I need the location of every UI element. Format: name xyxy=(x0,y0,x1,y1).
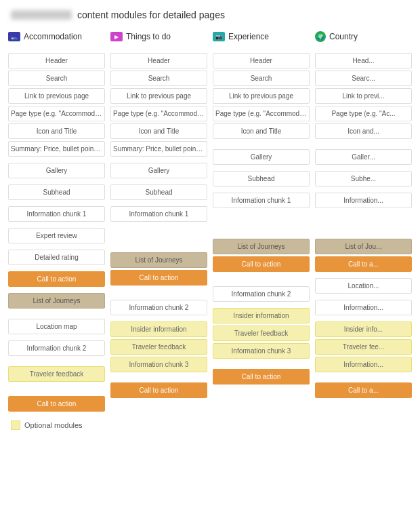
module-accommodation-1: Search xyxy=(8,71,105,86)
module-country-22: Location... xyxy=(315,278,412,294)
page-header: content modules for detailed pages xyxy=(0,0,420,26)
col-country: 🌍CountryHead...Searc...Link to previ...P… xyxy=(312,26,415,414)
module-things-to-do-19: List of Journeys xyxy=(110,252,207,268)
module-accommodation-4: Icon and Title xyxy=(8,123,105,139)
module-accommodation-22: Location map xyxy=(8,319,105,334)
col-icon-accommodation: 🛌 xyxy=(8,32,20,41)
col-accommodation: 🛌AccommodationHeaderSearchLink to previo… xyxy=(5,26,108,414)
module-country-28: Information... xyxy=(315,357,412,372)
module-things-to-do-20: Call to action xyxy=(110,270,207,285)
col-things-to-do: ▶Things to doHeaderSearchLink to previou… xyxy=(108,26,210,414)
col-label-things-to-do: Things to do xyxy=(126,32,171,41)
module-country-3: Page type (e.g. "Ac... xyxy=(315,106,412,121)
module-accommodation-24: Information chunk 2 xyxy=(8,340,105,356)
col-experience: 📷ExperienceHeaderSearchLink to previous … xyxy=(210,26,312,414)
module-things-to-do-31: Call to action xyxy=(110,382,207,398)
module-experience-2: Link to previous page xyxy=(213,88,310,104)
module-accommodation-15: Detailed rating xyxy=(8,250,105,265)
legend-label: Optional modules xyxy=(24,421,83,429)
page-title: content modules for detailed pages xyxy=(77,9,225,20)
col-header-experience: 📷Experience xyxy=(213,26,310,47)
module-experience-9: Subhead xyxy=(213,171,310,186)
module-country-0: Head... xyxy=(315,53,412,68)
module-experience-28: Information chunk 3 xyxy=(213,343,310,359)
module-experience-1: Search xyxy=(213,71,310,86)
legend: Optional modules xyxy=(0,414,420,437)
module-country-24: Information... xyxy=(315,300,412,315)
module-experience-20: Call to action xyxy=(213,256,310,272)
module-accommodation-31: Call to action xyxy=(8,396,105,412)
col-label-accommodation: Accommodation xyxy=(24,32,82,41)
legend-icon xyxy=(11,420,20,430)
module-country-20: Call to a... xyxy=(315,256,412,272)
module-experience-31: Call to action xyxy=(213,369,310,385)
module-things-to-do-3: Page type (e.g. "Accommodation") xyxy=(110,106,207,121)
col-header-accommodation: 🛌Accommodation xyxy=(8,26,105,47)
module-country-1: Searc... xyxy=(315,71,412,86)
module-accommodation-27: Traveler feedback xyxy=(8,366,105,382)
module-experience-3: Page type (e.g. "Accommodation") xyxy=(213,106,310,121)
module-things-to-do-5: Summary: Price, bullet points, rating xyxy=(110,141,207,157)
module-things-to-do-1: Search xyxy=(110,71,207,86)
col-icon-things-to-do: ▶ xyxy=(110,32,123,41)
col-header-country: 🌍Country xyxy=(315,26,412,47)
title-blur xyxy=(11,10,72,20)
module-experience-0: Header xyxy=(213,53,310,68)
module-things-to-do-24: Information chunk 2 xyxy=(110,300,207,315)
module-things-to-do-2: Link to previous page xyxy=(110,88,207,104)
module-accommodation-7: Gallery xyxy=(8,163,105,178)
module-accommodation-5: Summary: Price, bullet points, rating xyxy=(8,141,105,157)
module-experience-4: Icon and Title xyxy=(213,123,310,139)
module-things-to-do-4: Icon and Title xyxy=(110,123,207,139)
module-accommodation-9: Subhead xyxy=(8,184,105,200)
module-things-to-do-28: Information chunk 3 xyxy=(110,357,207,372)
module-accommodation-17: Call to action xyxy=(8,271,105,287)
module-country-27: Traveler fee... xyxy=(315,339,412,355)
module-experience-26: Insider information xyxy=(213,308,310,323)
module-things-to-do-7: Gallery xyxy=(110,163,207,178)
module-accommodation-11: Information chunk 1 xyxy=(8,206,105,222)
module-country-4: Icon and... xyxy=(315,123,412,139)
module-things-to-do-9: Subhead xyxy=(110,184,207,200)
module-things-to-do-27: Traveler feedback xyxy=(110,339,207,355)
col-icon-country: 🌍 xyxy=(315,31,326,42)
module-country-11: Information... xyxy=(315,193,412,208)
module-accommodation-2: Link to previous page xyxy=(8,88,105,104)
module-country-19: List of Jou... xyxy=(315,239,412,254)
module-accommodation-3: Page type (e.g. "Accommodation") xyxy=(8,106,105,121)
module-country-26: Insider info... xyxy=(315,321,412,337)
module-things-to-do-11: Information chunk 1 xyxy=(110,206,207,222)
module-accommodation-0: Header xyxy=(8,53,105,68)
module-things-to-do-0: Header xyxy=(110,53,207,68)
col-header-things-to-do: ▶Things to do xyxy=(110,26,207,47)
col-label-experience: Experience xyxy=(228,32,269,41)
module-experience-24: Information chunk 2 xyxy=(213,286,310,302)
module-country-2: Link to previ... xyxy=(315,88,412,104)
col-icon-experience: 📷 xyxy=(213,32,225,41)
module-accommodation-19: List of Journeys xyxy=(8,293,105,309)
module-experience-7: Gallery xyxy=(213,149,310,165)
module-experience-27: Traveler feedback xyxy=(213,326,310,341)
module-country-31: Call to a... xyxy=(315,382,412,398)
module-country-7: Galler... xyxy=(315,149,412,165)
module-experience-11: Information chunk 1 xyxy=(213,193,310,208)
module-experience-19: List of Journeys xyxy=(213,239,310,254)
module-country-9: Subhe... xyxy=(315,171,412,186)
module-things-to-do-26: Insider information xyxy=(110,321,207,337)
module-accommodation-13: Expert review xyxy=(8,228,105,243)
col-label-country: Country xyxy=(329,32,358,41)
columns-wrapper: 🛌AccommodationHeaderSearchLink to previo… xyxy=(0,26,420,414)
